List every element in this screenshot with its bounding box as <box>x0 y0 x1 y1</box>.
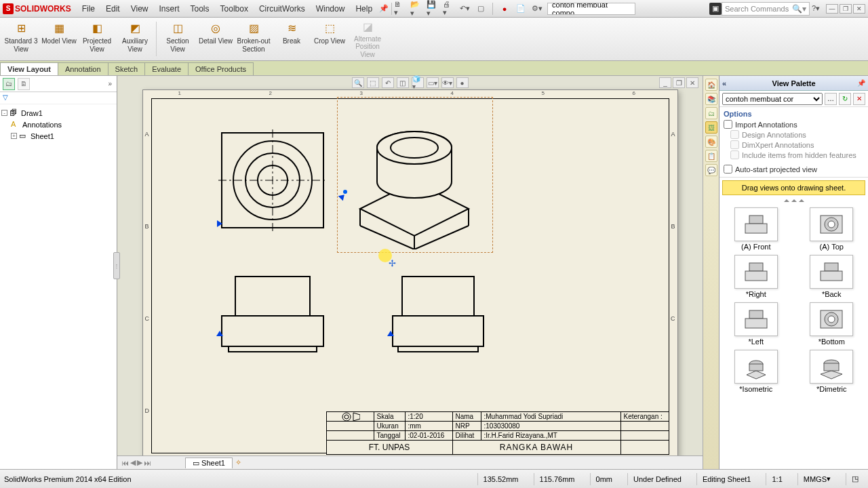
panel-splitter[interactable]: ⋮ <box>113 252 120 279</box>
btn-break[interactable]: ≋Break <box>273 19 310 59</box>
tab-view-layout[interactable]: View Layout <box>0 62 58 75</box>
vieworientation-icon[interactable]: 🧊▾ <box>412 77 424 88</box>
btn-detail-view[interactable]: ◎Detail View <box>197 19 234 59</box>
view-top[interactable] <box>215 129 330 231</box>
menu-pin-icon[interactable]: 📌 <box>378 3 390 15</box>
sheet-tab[interactable]: ▭ Sheet1 <box>185 458 233 468</box>
view-thumb-back[interactable]: *Back <box>803 255 860 298</box>
btn-crop-view[interactable]: ⬚Crop View <box>311 19 348 59</box>
btn-section-view[interactable]: ◫Section View <box>159 19 196 59</box>
palette-clear-icon[interactable]: ✕ <box>853 93 865 105</box>
btn-auxiliary-view[interactable]: ◩Auxiliary View <box>117 19 153 59</box>
scroll-last-icon[interactable]: ⏭ <box>144 459 151 467</box>
zoomarea-icon[interactable]: ⬚ <box>367 77 379 88</box>
view-palette-tab-icon[interactable]: 🖼 <box>705 121 717 134</box>
btn-brokenout-section[interactable]: ▨Broken-out Section <box>235 19 272 59</box>
opt-import-annotations[interactable]: Import Annotations <box>724 119 864 129</box>
palette-pin-icon[interactable]: 📌 <box>857 79 865 87</box>
prevview-icon[interactable]: ↶ <box>382 77 394 88</box>
displaystyle-icon[interactable]: ▭▾ <box>427 77 439 88</box>
restore-button[interactable]: ❐ <box>840 4 852 14</box>
propertymanager-tab-icon[interactable]: 🗎 <box>18 78 30 90</box>
tree-annotations[interactable]: A Annotations <box>1 119 115 130</box>
command-window-icon[interactable]: ▣ <box>709 3 722 15</box>
forum-icon[interactable]: 💬 <box>705 164 717 176</box>
drawing-canvas[interactable]: 🔍 ⬚ ↶ ◫ 🧊▾ ▭▾ 👁▾ ● _ ❐ ✕ 1 2 3 4 5 6 1 <box>117 76 703 469</box>
active-document[interactable]: contoh membuat compo... <box>547 3 635 15</box>
menu-file[interactable]: File <box>77 4 100 14</box>
view-thumb-right[interactable]: *Right <box>728 255 785 298</box>
featuremanager-tab-icon[interactable]: 🗂 <box>3 78 15 90</box>
menu-insert[interactable]: Insert <box>154 4 185 14</box>
menu-window[interactable]: Window <box>311 4 351 14</box>
tab-annotation[interactable]: Annotation <box>58 62 108 75</box>
print-icon[interactable]: 🖨▾ <box>442 3 454 15</box>
btn-standard3view[interactable]: ⊞Standard 3 View <box>3 19 39 59</box>
menu-tools[interactable]: Tools <box>185 4 215 14</box>
menu-view[interactable]: View <box>125 4 154 14</box>
status-scale[interactable]: 1:1 <box>766 473 787 485</box>
minimize-button[interactable]: — <box>826 4 838 14</box>
help-icon[interactable]: ?▾ <box>810 3 822 15</box>
sectionview-hud-icon[interactable]: ◫ <box>397 77 409 88</box>
doc-close-icon[interactable]: ✕ <box>686 77 698 88</box>
drawing-sheet[interactable]: 1 2 3 4 5 6 1 2 A B C D A B C <box>142 89 678 462</box>
solidworks-resources-icon[interactable]: 🏠 <box>705 79 717 91</box>
view-thumb-front[interactable]: (A) Front <box>728 207 785 251</box>
select-icon[interactable]: ▢ <box>475 3 487 15</box>
file-explorer-icon[interactable]: 🗂 <box>705 107 717 119</box>
options-icon[interactable]: 📄 <box>515 3 527 15</box>
menu-circuitworks[interactable]: CircuitWorks <box>254 4 311 14</box>
tree-sheet1[interactable]: + ▭ Sheet1 <box>1 130 115 142</box>
undo-icon[interactable]: ↶▾ <box>458 3 471 15</box>
view-right[interactable] <box>387 273 489 354</box>
hideshow-icon[interactable]: 👁▾ <box>441 77 454 88</box>
menu-edit[interactable]: Edit <box>100 4 125 14</box>
custom-properties-icon[interactable]: 📋 <box>705 150 717 162</box>
doc-min-icon[interactable]: _ <box>659 77 671 88</box>
rebuild-icon[interactable]: ● <box>498 3 511 15</box>
tab-office-products[interactable]: Office Products <box>188 62 254 75</box>
status-units[interactable]: MMGS ▾ <box>797 473 836 485</box>
btn-projected-view[interactable]: ◧Projected View <box>79 19 115 59</box>
view-isometric[interactable] <box>340 114 489 249</box>
view-thumb-isometric[interactable]: *Isometric <box>728 350 785 393</box>
scroll-next-icon[interactable]: ▶ <box>137 458 142 467</box>
menu-help[interactable]: Help <box>350 4 378 14</box>
palette-splitter-icon[interactable] <box>719 199 868 202</box>
view-thumb-dimetric[interactable]: *Dimetric <box>803 350 860 393</box>
view-thumb-bottom[interactable]: *Bottom <box>803 302 860 346</box>
tab-evaluate[interactable]: Evaluate <box>144 62 189 75</box>
view-thumb-top[interactable]: (A) Top <box>803 207 860 251</box>
menu-toolbox[interactable]: Toolbox <box>215 4 254 14</box>
view-front[interactable] <box>215 273 330 354</box>
btn-model-view[interactable]: ▦Model View <box>41 19 77 59</box>
scroll-prev-icon[interactable]: ◀ <box>130 458 136 467</box>
palette-collapse-icon[interactable]: « <box>722 79 726 87</box>
palette-document-select[interactable]: contoh membuat cor <box>722 93 823 105</box>
add-sheet-icon[interactable]: ✧ <box>235 458 241 467</box>
view-thumb-left[interactable]: *Left <box>728 302 785 346</box>
scroll-first-icon[interactable]: ⏮ <box>121 459 129 467</box>
collapse-icon[interactable]: - <box>1 110 7 116</box>
design-library-icon[interactable]: 📚 <box>705 93 717 105</box>
tree-root[interactable]: - 🗐 Draw1 <box>1 107 115 119</box>
search-commands[interactable]: Search Commands 🔍▾ <box>722 2 810 16</box>
opt-autostart[interactable]: Auto-start projected view <box>724 164 864 174</box>
status-extra-icon[interactable]: ◳ <box>846 473 864 485</box>
close-button[interactable]: ✕ <box>853 4 865 14</box>
zoomfit-icon[interactable]: 🔍 <box>352 77 364 88</box>
expand-icon[interactable]: + <box>11 133 17 139</box>
tree-expand-icon[interactable]: » <box>106 80 114 87</box>
editscene-icon[interactable]: ● <box>456 77 469 88</box>
doc-max-icon[interactable]: ❐ <box>673 77 685 88</box>
tab-sketch[interactable]: Sketch <box>108 62 146 75</box>
tree-filter[interactable]: ▽ <box>0 92 117 104</box>
appearances-icon[interactable]: 🎨 <box>705 136 717 148</box>
save-icon[interactable]: 💾▾ <box>426 3 438 15</box>
palette-refresh-icon[interactable]: ↻ <box>839 93 851 105</box>
open-icon[interactable]: 📂▾ <box>410 3 422 15</box>
new-icon[interactable]: 🗎▾ <box>393 3 406 15</box>
palette-browse-button[interactable]: … <box>825 93 837 105</box>
settings-icon[interactable]: ⚙▾ <box>531 3 543 15</box>
